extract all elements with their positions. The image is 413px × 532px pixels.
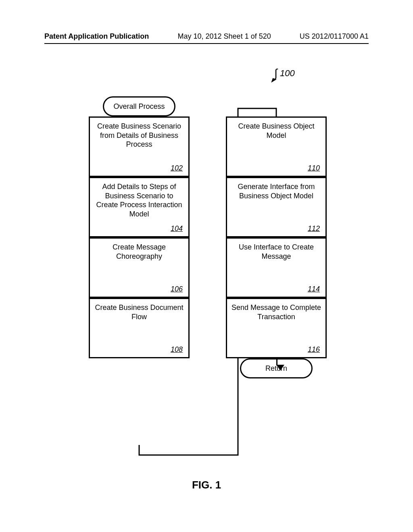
patent-page: Patent Application Publication May 10, 2… [0,0,413,532]
header-right: US 2012/0117000 A1 [300,32,369,41]
process-label: Generate Interface from Business Object … [227,182,325,200]
figure-label: FIG. 1 [192,479,221,491]
process-ref: 102 [171,164,183,172]
process-ref: 104 [171,224,183,233]
flow-column-right: Create Business Object Model 110 Generat… [226,96,327,378]
process-ref: 110 [308,164,320,172]
process-label: Create Business Scenario from Details of… [90,122,188,149]
process-box-106: Create Message Choreography 106 [89,237,190,298]
process-label: Use Interface to Create Message [227,243,325,261]
process-ref: 116 [308,345,320,354]
process-box-108: Create Business Document Flow 108 [89,298,190,358]
process-label: Send Message to Complete Transaction [227,303,325,321]
process-box-102: Create Business Scenario from Details of… [89,116,190,177]
flow-column-left: Overall Process Create Business Scenario… [89,96,190,358]
process-label: Add Details to Steps of Business Scenari… [90,182,188,218]
process-label: Create Message Choreography [90,243,188,261]
process-box-114: Use Interface to Create Message 114 [226,237,327,298]
figure-reference-100: ∫ 100 [270,68,295,79]
figure-reference-number: 100 [280,68,295,79]
terminator-start: Overall Process [103,96,175,116]
process-ref: 112 [308,224,320,233]
process-box-104: Add Details to Steps of Business Scenari… [89,177,190,237]
ref-arrowhead-icon [271,78,277,84]
process-ref: 108 [171,345,183,354]
process-label: Create Business Document Flow [90,303,188,321]
ref-hook-icon: ∫ [270,70,277,77]
process-ref: 106 [171,285,183,293]
page-header: Patent Application Publication May 10, 2… [44,32,369,44]
terminator-start-label: Overall Process [113,102,165,111]
process-label: Create Business Object Model [227,122,325,140]
header-center: May 10, 2012 Sheet 1 of 520 [178,32,271,41]
process-box-110: Create Business Object Model 110 [226,116,327,177]
process-box-116: Send Message to Complete Transaction 116 [226,298,327,358]
process-ref: 114 [308,285,320,293]
header-left: Patent Application Publication [44,32,149,41]
process-box-112: Generate Interface from Business Object … [226,177,327,237]
figure-canvas: ∫ 100 Overall Process Create Business Sc… [44,68,369,479]
